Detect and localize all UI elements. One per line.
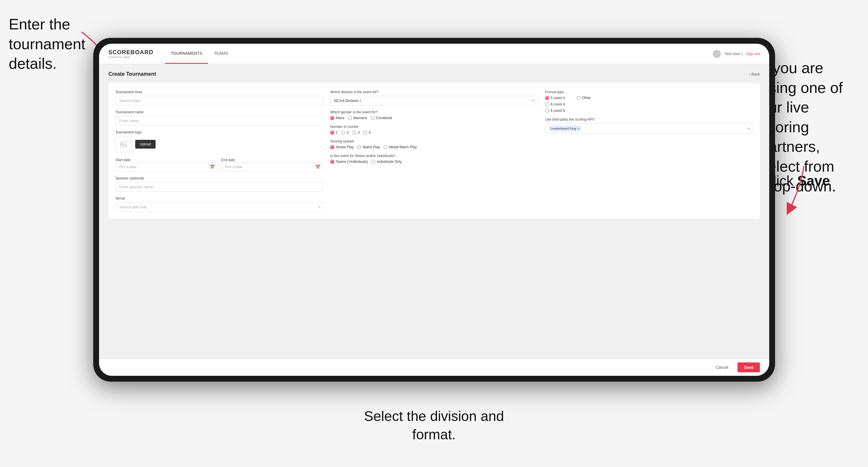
end-date-label: End date [221,158,235,162]
radio-round2-circle [341,130,345,134]
name-input[interactable] [115,116,323,126]
svg-rect-0 [121,142,126,147]
format-6count4-label: 6 count 4 [551,102,565,106]
logo-placeholder [115,136,132,152]
radio-stroke-circle [330,145,334,149]
radio-round4-circle [363,130,367,134]
tablet-screen: SCOREBOARD Powered by clippit TOURNAMENT… [99,44,769,376]
format-6count5[interactable]: 6 count 5 [545,109,753,113]
logo-group: Tournament logo Upload [115,130,323,152]
format-5count4-label: 5 count 4 [551,96,565,100]
gender-mens[interactable]: Mens [330,116,344,120]
annotation-enter-text: Enter the tournament details. [9,16,85,72]
format-5count4[interactable]: 5 count 4 [545,96,565,100]
nav-bar: SCOREBOARD Powered by clippit TOURNAMENT… [99,44,769,64]
logo-label: Tournament logo [115,130,323,134]
app-container: SCOREBOARD Powered by clippit TOURNAMENT… [99,44,769,376]
svg-point-1 [122,143,123,144]
back-link[interactable]: ‹ Back [749,72,760,76]
logo-main: SCOREBOARD [108,49,153,56]
live-scoring-label: Use third-party live scoring API? [545,117,753,122]
sponsor-group: Sponsor (optional) [115,176,323,192]
form-grid: Tournament Host Tournament name Tourname… [108,83,760,219]
radio-mens-circle [330,116,334,120]
teams-plus-individuals[interactable]: Teams (+Individuals) [330,160,368,164]
scoring-match[interactable]: Match Play [357,145,380,149]
format-6count4[interactable]: 6 count 4 [545,102,753,106]
venue-input[interactable] [115,202,323,212]
format-other[interactable]: Other [577,96,591,100]
radio-other-circle [577,96,581,100]
scoring-stroke[interactable]: Stroke Play [330,145,353,149]
format-type-options: 5 count 4 Other 6 count 4 [545,96,753,113]
upload-button[interactable]: Upload [135,140,156,149]
nav-logo: SCOREBOARD Powered by clippit [108,49,153,59]
logo-upload-area: Upload [115,136,323,152]
sign-out-link[interactable]: Sign out [746,52,760,56]
rounds-group: Number of rounds 1 2 [330,125,538,134]
gender-combined[interactable]: Combined [371,116,392,120]
round-2[interactable]: 2 [341,130,349,134]
format-type-group: Format type 5 count 4 [545,90,753,113]
annotation-enter-tournament: Enter the tournament details. [9,14,85,74]
round-1-label: 1 [336,130,338,134]
date-group: Start date 📅 End date [115,157,323,172]
gender-label: Which gender is the event for? [330,110,538,114]
scoring-stroke-label: Stroke Play [336,145,353,149]
form-footer: Cancel Save [99,359,769,376]
radio-individuals-circle [372,160,376,164]
sponsor-input[interactable] [115,182,323,192]
radio-combined-circle [371,116,375,120]
save-button[interactable]: Save [738,363,760,372]
logo-sub: Powered by clippit [108,56,153,59]
radio-5count4-circle [545,96,549,100]
radio-teams-circle [330,160,334,164]
radio-match-circle [357,145,361,149]
form-col-2: Which division is the event for? NCAA Di… [330,90,538,212]
teams-radio-group: Teams (+Individuals) Individuals Only [330,160,538,164]
radio-womens-circle [348,116,352,120]
gender-group: Which gender is the event for? Mens Wome… [330,110,538,120]
teams-group: Is this event for Teams and/or Individua… [330,154,538,164]
tag-close-icon[interactable]: × [577,126,580,131]
gender-combined-label: Combined [376,116,392,120]
host-input[interactable] [115,96,323,105]
tab-tournaments[interactable]: TOURNAMENTS [165,44,208,64]
main-content: Create Tournament ‹ Back Tournament Host… [99,64,769,359]
live-scoring-tag: Leaderboard King × [548,125,582,132]
calendar-icon: 📅 [210,165,215,169]
annotation-select-division: Select the division and format. [347,407,522,444]
cancel-button[interactable]: Cancel [710,363,734,372]
division-label: Which division is the event for? [330,90,538,94]
individuals-only[interactable]: Individuals Only [372,160,402,164]
scoring-medal-match[interactable]: Medal Match Play [383,145,417,149]
rounds-label: Number of rounds [330,125,538,129]
venue-label: Venue [115,196,323,200]
end-date-input[interactable] [221,162,323,172]
teams-plus-label: Teams (+Individuals) [336,160,368,164]
nav-right: Test User | Sign out [713,50,760,58]
division-select[interactable]: NCAA Division I [330,96,538,105]
gender-womens[interactable]: Womens [348,116,367,120]
round-3-label: 3 [358,130,360,134]
gender-womens-label: Womens [353,116,367,120]
page-header: Create Tournament ‹ Back [108,71,760,77]
radio-6count4-circle [545,102,549,106]
scoring-medal-label: Medal Match Play [389,145,417,149]
round-3[interactable]: 3 [352,130,360,134]
live-scoring-group: Use third-party live scoring API? Leader… [545,117,753,134]
radio-6count5-circle [545,109,549,113]
host-group: Tournament Host [115,90,323,105]
end-date-wrap: 📅 [221,162,323,172]
live-scoring-dropdown-icon: ▾ [748,126,750,131]
round-2-label: 2 [347,130,349,134]
start-date-input[interactable] [115,162,218,172]
page-title: Create Tournament [108,71,156,77]
gender-radio-group: Mens Womens Combined [330,116,538,120]
tab-teams[interactable]: TEAMS [208,44,234,64]
avatar [713,50,721,58]
radio-round1-circle [330,130,334,134]
end-date-group: End date 📅 [221,157,323,172]
round-4[interactable]: 4 [363,130,371,134]
round-1[interactable]: 1 [330,130,338,134]
